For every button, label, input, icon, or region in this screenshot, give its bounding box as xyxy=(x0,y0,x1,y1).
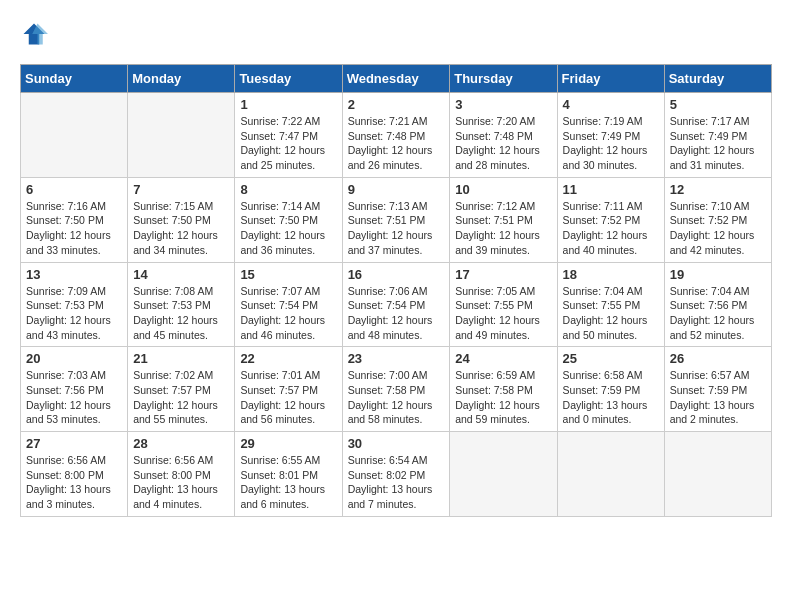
calendar-cell: 22Sunrise: 7:01 AM Sunset: 7:57 PM Dayli… xyxy=(235,347,342,432)
day-info: Sunrise: 7:00 AM Sunset: 7:58 PM Dayligh… xyxy=(348,368,445,427)
day-number: 26 xyxy=(670,351,766,366)
day-number: 30 xyxy=(348,436,445,451)
calendar-cell: 16Sunrise: 7:06 AM Sunset: 7:54 PM Dayli… xyxy=(342,262,450,347)
calendar-cell: 20Sunrise: 7:03 AM Sunset: 7:56 PM Dayli… xyxy=(21,347,128,432)
day-info: Sunrise: 7:19 AM Sunset: 7:49 PM Dayligh… xyxy=(563,114,659,173)
day-number: 6 xyxy=(26,182,122,197)
day-info: Sunrise: 7:21 AM Sunset: 7:48 PM Dayligh… xyxy=(348,114,445,173)
day-info: Sunrise: 6:58 AM Sunset: 7:59 PM Dayligh… xyxy=(563,368,659,427)
calendar-cell: 4Sunrise: 7:19 AM Sunset: 7:49 PM Daylig… xyxy=(557,93,664,178)
calendar-cell xyxy=(664,432,771,517)
weekday-header-thursday: Thursday xyxy=(450,65,557,93)
day-info: Sunrise: 7:20 AM Sunset: 7:48 PM Dayligh… xyxy=(455,114,551,173)
week-row-5: 27Sunrise: 6:56 AM Sunset: 8:00 PM Dayli… xyxy=(21,432,772,517)
page-header xyxy=(20,20,772,48)
weekday-header-sunday: Sunday xyxy=(21,65,128,93)
day-info: Sunrise: 7:10 AM Sunset: 7:52 PM Dayligh… xyxy=(670,199,766,258)
day-number: 23 xyxy=(348,351,445,366)
day-number: 18 xyxy=(563,267,659,282)
calendar-cell: 23Sunrise: 7:00 AM Sunset: 7:58 PM Dayli… xyxy=(342,347,450,432)
day-info: Sunrise: 7:03 AM Sunset: 7:56 PM Dayligh… xyxy=(26,368,122,427)
day-info: Sunrise: 7:14 AM Sunset: 7:50 PM Dayligh… xyxy=(240,199,336,258)
day-number: 7 xyxy=(133,182,229,197)
day-info: Sunrise: 6:55 AM Sunset: 8:01 PM Dayligh… xyxy=(240,453,336,512)
day-info: Sunrise: 7:07 AM Sunset: 7:54 PM Dayligh… xyxy=(240,284,336,343)
logo-icon xyxy=(20,20,48,48)
day-info: Sunrise: 7:13 AM Sunset: 7:51 PM Dayligh… xyxy=(348,199,445,258)
day-info: Sunrise: 7:04 AM Sunset: 7:56 PM Dayligh… xyxy=(670,284,766,343)
day-info: Sunrise: 7:02 AM Sunset: 7:57 PM Dayligh… xyxy=(133,368,229,427)
day-info: Sunrise: 6:56 AM Sunset: 8:00 PM Dayligh… xyxy=(26,453,122,512)
day-info: Sunrise: 7:06 AM Sunset: 7:54 PM Dayligh… xyxy=(348,284,445,343)
calendar-cell: 17Sunrise: 7:05 AM Sunset: 7:55 PM Dayli… xyxy=(450,262,557,347)
calendar-cell: 19Sunrise: 7:04 AM Sunset: 7:56 PM Dayli… xyxy=(664,262,771,347)
calendar-cell: 10Sunrise: 7:12 AM Sunset: 7:51 PM Dayli… xyxy=(450,177,557,262)
logo xyxy=(20,20,52,48)
calendar-table: SundayMondayTuesdayWednesdayThursdayFrid… xyxy=(20,64,772,517)
weekday-header-wednesday: Wednesday xyxy=(342,65,450,93)
week-row-4: 20Sunrise: 7:03 AM Sunset: 7:56 PM Dayli… xyxy=(21,347,772,432)
calendar-cell: 27Sunrise: 6:56 AM Sunset: 8:00 PM Dayli… xyxy=(21,432,128,517)
day-number: 14 xyxy=(133,267,229,282)
day-number: 22 xyxy=(240,351,336,366)
day-number: 8 xyxy=(240,182,336,197)
day-number: 3 xyxy=(455,97,551,112)
day-info: Sunrise: 7:22 AM Sunset: 7:47 PM Dayligh… xyxy=(240,114,336,173)
calendar-cell: 8Sunrise: 7:14 AM Sunset: 7:50 PM Daylig… xyxy=(235,177,342,262)
day-number: 27 xyxy=(26,436,122,451)
day-info: Sunrise: 7:04 AM Sunset: 7:55 PM Dayligh… xyxy=(563,284,659,343)
weekday-header-friday: Friday xyxy=(557,65,664,93)
day-number: 9 xyxy=(348,182,445,197)
calendar-cell xyxy=(21,93,128,178)
day-info: Sunrise: 7:17 AM Sunset: 7:49 PM Dayligh… xyxy=(670,114,766,173)
calendar-cell: 25Sunrise: 6:58 AM Sunset: 7:59 PM Dayli… xyxy=(557,347,664,432)
day-number: 10 xyxy=(455,182,551,197)
day-number: 25 xyxy=(563,351,659,366)
calendar-cell: 5Sunrise: 7:17 AM Sunset: 7:49 PM Daylig… xyxy=(664,93,771,178)
weekday-header-saturday: Saturday xyxy=(664,65,771,93)
calendar-cell: 6Sunrise: 7:16 AM Sunset: 7:50 PM Daylig… xyxy=(21,177,128,262)
day-number: 2 xyxy=(348,97,445,112)
day-info: Sunrise: 7:12 AM Sunset: 7:51 PM Dayligh… xyxy=(455,199,551,258)
calendar-cell: 29Sunrise: 6:55 AM Sunset: 8:01 PM Dayli… xyxy=(235,432,342,517)
calendar-cell: 24Sunrise: 6:59 AM Sunset: 7:58 PM Dayli… xyxy=(450,347,557,432)
day-number: 1 xyxy=(240,97,336,112)
day-number: 29 xyxy=(240,436,336,451)
weekday-header-row: SundayMondayTuesdayWednesdayThursdayFrid… xyxy=(21,65,772,93)
day-info: Sunrise: 6:56 AM Sunset: 8:00 PM Dayligh… xyxy=(133,453,229,512)
day-number: 11 xyxy=(563,182,659,197)
calendar-cell xyxy=(450,432,557,517)
weekday-header-monday: Monday xyxy=(128,65,235,93)
calendar-cell: 3Sunrise: 7:20 AM Sunset: 7:48 PM Daylig… xyxy=(450,93,557,178)
calendar-cell: 7Sunrise: 7:15 AM Sunset: 7:50 PM Daylig… xyxy=(128,177,235,262)
day-number: 28 xyxy=(133,436,229,451)
calendar-cell: 9Sunrise: 7:13 AM Sunset: 7:51 PM Daylig… xyxy=(342,177,450,262)
day-number: 15 xyxy=(240,267,336,282)
day-number: 4 xyxy=(563,97,659,112)
calendar-cell: 13Sunrise: 7:09 AM Sunset: 7:53 PM Dayli… xyxy=(21,262,128,347)
day-number: 13 xyxy=(26,267,122,282)
day-number: 5 xyxy=(670,97,766,112)
day-info: Sunrise: 6:57 AM Sunset: 7:59 PM Dayligh… xyxy=(670,368,766,427)
calendar-cell: 30Sunrise: 6:54 AM Sunset: 8:02 PM Dayli… xyxy=(342,432,450,517)
calendar-cell: 2Sunrise: 7:21 AM Sunset: 7:48 PM Daylig… xyxy=(342,93,450,178)
calendar-cell: 21Sunrise: 7:02 AM Sunset: 7:57 PM Dayli… xyxy=(128,347,235,432)
calendar-cell: 28Sunrise: 6:56 AM Sunset: 8:00 PM Dayli… xyxy=(128,432,235,517)
day-number: 19 xyxy=(670,267,766,282)
day-number: 12 xyxy=(670,182,766,197)
day-info: Sunrise: 7:16 AM Sunset: 7:50 PM Dayligh… xyxy=(26,199,122,258)
day-info: Sunrise: 7:08 AM Sunset: 7:53 PM Dayligh… xyxy=(133,284,229,343)
calendar-cell: 15Sunrise: 7:07 AM Sunset: 7:54 PM Dayli… xyxy=(235,262,342,347)
calendar-cell: 12Sunrise: 7:10 AM Sunset: 7:52 PM Dayli… xyxy=(664,177,771,262)
calendar-cell: 11Sunrise: 7:11 AM Sunset: 7:52 PM Dayli… xyxy=(557,177,664,262)
week-row-3: 13Sunrise: 7:09 AM Sunset: 7:53 PM Dayli… xyxy=(21,262,772,347)
day-info: Sunrise: 7:05 AM Sunset: 7:55 PM Dayligh… xyxy=(455,284,551,343)
day-number: 21 xyxy=(133,351,229,366)
weekday-header-tuesday: Tuesday xyxy=(235,65,342,93)
week-row-1: 1Sunrise: 7:22 AM Sunset: 7:47 PM Daylig… xyxy=(21,93,772,178)
day-number: 24 xyxy=(455,351,551,366)
day-info: Sunrise: 7:11 AM Sunset: 7:52 PM Dayligh… xyxy=(563,199,659,258)
day-info: Sunrise: 6:54 AM Sunset: 8:02 PM Dayligh… xyxy=(348,453,445,512)
day-info: Sunrise: 6:59 AM Sunset: 7:58 PM Dayligh… xyxy=(455,368,551,427)
calendar-cell: 14Sunrise: 7:08 AM Sunset: 7:53 PM Dayli… xyxy=(128,262,235,347)
